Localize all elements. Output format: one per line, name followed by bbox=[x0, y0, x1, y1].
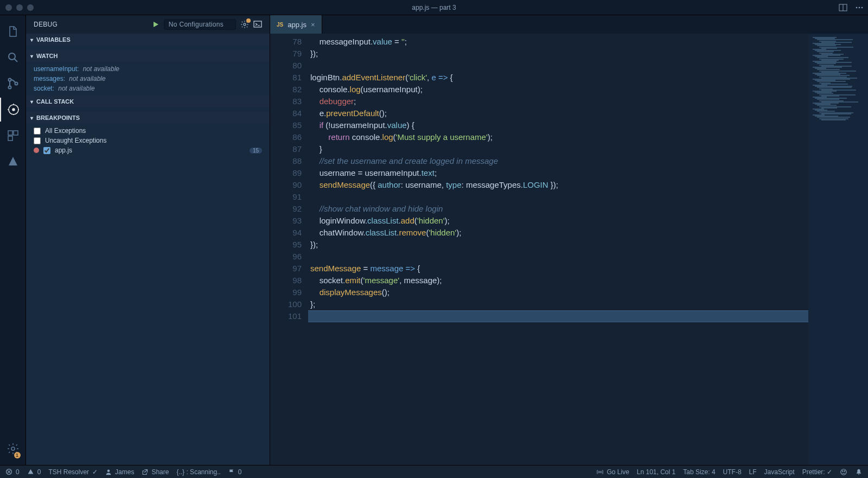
watch-expression[interactable]: messages: not available bbox=[26, 74, 270, 84]
watch-expression[interactable]: usernameInput: not available bbox=[26, 64, 270, 74]
source-control-icon[interactable] bbox=[0, 72, 26, 95]
svg-point-7 bbox=[8, 79, 11, 81]
search-icon[interactable] bbox=[0, 46, 26, 69]
activity-bar: 1 bbox=[0, 15, 26, 465]
code-editor[interactable]: 7879808182838485868788899091929394959697… bbox=[270, 34, 868, 465]
status-bar: 0 0 TSH Resolver ✓ James Share {..} : Sc… bbox=[0, 465, 868, 478]
status-eol[interactable]: LF bbox=[749, 468, 757, 476]
breakpoint-checkbox[interactable] bbox=[34, 137, 41, 144]
line-gutter: 7879808182838485868788899091929394959697… bbox=[270, 34, 308, 465]
status-errors[interactable]: 0 bbox=[5, 468, 20, 476]
svg-rect-16 bbox=[8, 131, 12, 135]
breakpoint-all-exceptions[interactable]: All Exceptions bbox=[26, 126, 270, 136]
more-actions-icon[interactable] bbox=[855, 3, 864, 12]
status-cursor[interactable]: Ln 101, Col 1 bbox=[637, 468, 675, 476]
svg-line-6 bbox=[14, 59, 17, 62]
azure-icon[interactable] bbox=[0, 150, 26, 174]
breakpoint-line-badge: 15 bbox=[250, 148, 262, 154]
status-feedback-icon[interactable] bbox=[840, 468, 847, 476]
svg-point-29 bbox=[844, 470, 845, 471]
svg-point-11 bbox=[12, 109, 15, 111]
status-golive[interactable]: Go Live bbox=[597, 468, 629, 476]
minimap[interactable] bbox=[808, 34, 868, 465]
status-bell-icon[interactable] bbox=[855, 468, 863, 476]
svg-point-5 bbox=[9, 53, 15, 60]
window-title: app.js — part 3 bbox=[0, 4, 868, 11]
settings-badge: 1 bbox=[14, 452, 21, 458]
svg-rect-21 bbox=[254, 21, 261, 27]
svg-point-9 bbox=[15, 82, 17, 85]
svg-point-4 bbox=[861, 7, 863, 8]
status-flag[interactable]: 0 bbox=[228, 468, 242, 476]
explorer-icon[interactable] bbox=[0, 20, 26, 43]
js-file-icon: JS bbox=[277, 22, 283, 28]
svg-point-3 bbox=[859, 7, 860, 8]
svg-rect-18 bbox=[8, 136, 12, 141]
breakpoint-checkbox[interactable] bbox=[34, 128, 41, 135]
start-debug-icon[interactable] bbox=[152, 21, 159, 28]
status-tabsize[interactable]: Tab Size: 4 bbox=[683, 468, 715, 476]
debug-icon[interactable] bbox=[0, 98, 26, 122]
debug-console-icon[interactable] bbox=[253, 20, 262, 29]
titlebar: app.js — part 3 bbox=[0, 0, 868, 15]
breakpoints-section-header[interactable]: BREAKPOINTS bbox=[26, 112, 270, 124]
code-content[interactable]: messageInput.value = '';}); loginBtn.add… bbox=[308, 34, 808, 465]
svg-point-28 bbox=[843, 470, 843, 471]
status-scanning[interactable]: {..} : Scanning.. bbox=[176, 468, 220, 476]
svg-rect-17 bbox=[14, 131, 18, 135]
svg-point-20 bbox=[244, 23, 246, 26]
tab-label: app.js bbox=[288, 21, 307, 29]
breakpoint-checkbox[interactable] bbox=[43, 147, 50, 154]
tab-app-js[interactable]: JS app.js × bbox=[270, 15, 322, 34]
status-liveshare-share[interactable]: Share bbox=[142, 468, 169, 476]
editor-area: JS app.js × 7879808182838485868788899091… bbox=[270, 15, 868, 465]
debug-config-select[interactable]: No Configurations bbox=[164, 19, 236, 30]
sidebar-title: DEBUG bbox=[34, 21, 58, 28]
tab-bar: JS app.js × bbox=[270, 15, 868, 34]
status-liveshare-user[interactable]: James bbox=[105, 468, 134, 476]
breakpoint-uncaught-exceptions[interactable]: Uncaught Exceptions bbox=[26, 136, 270, 145]
watch-expression[interactable]: socket: not available bbox=[26, 84, 270, 93]
debug-settings-icon[interactable] bbox=[240, 20, 249, 29]
svg-point-27 bbox=[841, 469, 847, 475]
svg-point-2 bbox=[856, 7, 858, 8]
settings-gear-icon[interactable]: 1 bbox=[0, 437, 26, 461]
close-tab-icon[interactable]: × bbox=[311, 21, 315, 29]
svg-point-8 bbox=[8, 86, 11, 89]
split-editor-icon[interactable] bbox=[839, 3, 847, 12]
status-prettier[interactable]: Prettier: ✓ bbox=[802, 468, 832, 476]
extensions-icon[interactable] bbox=[0, 124, 26, 148]
svg-point-26 bbox=[599, 471, 601, 473]
status-warnings[interactable]: 0 bbox=[27, 468, 41, 476]
breakpoint-file[interactable]: app.js 15 bbox=[26, 145, 270, 155]
status-language[interactable]: JavaScript bbox=[764, 468, 795, 476]
debug-sidebar: DEBUG No Configurations VARIABLES WATCH … bbox=[26, 15, 270, 465]
breakpoint-dot-icon bbox=[34, 148, 39, 153]
variables-section-header[interactable]: VARIABLES bbox=[26, 34, 270, 46]
callstack-section-header[interactable]: CALL STACK bbox=[26, 95, 270, 107]
status-resolver[interactable]: TSH Resolver ✓ bbox=[48, 468, 98, 476]
svg-point-25 bbox=[107, 469, 110, 472]
watch-section-header[interactable]: WATCH bbox=[26, 50, 270, 62]
status-encoding[interactable]: UTF-8 bbox=[723, 468, 742, 476]
svg-point-19 bbox=[11, 447, 15, 450]
